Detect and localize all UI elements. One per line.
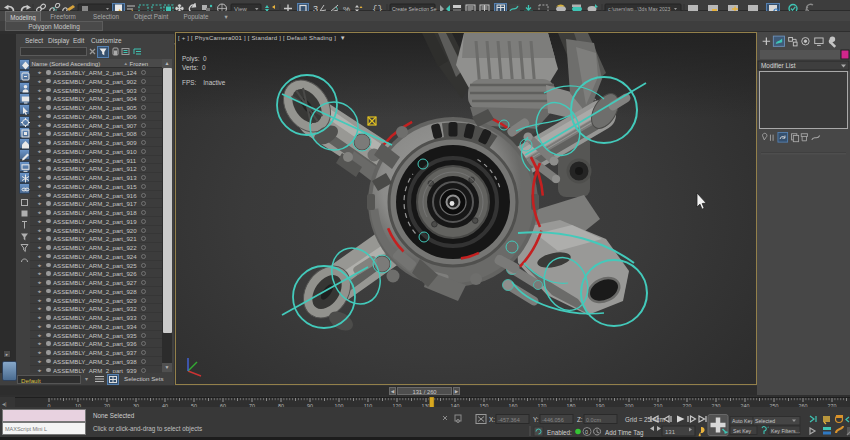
svg-text:131: 131 (665, 429, 676, 435)
svg-text:◂|: ◂| (2, 401, 7, 407)
svg-text:Enabled:: Enabled: (547, 429, 572, 436)
svg-text:0: 0 (585, 429, 588, 435)
svg-text:Selected: Selected (755, 418, 775, 424)
svg-text:Y:: Y: (533, 416, 539, 423)
svg-text:0.0cm: 0.0cm (586, 417, 601, 423)
svg-text:Grid = 25.4cm: Grid = 25.4cm (625, 416, 665, 423)
svg-text:Key Filters...: Key Filters... (771, 428, 800, 434)
svg-text:Z:: Z: (577, 416, 583, 423)
svg-text:Modifier List: Modifier List (761, 62, 796, 69)
svg-text:Add Time Tag: Add Time Tag (605, 429, 644, 437)
svg-text:Set Key: Set Key (733, 428, 752, 434)
svg-text:-457.364: -457.364 (498, 417, 520, 423)
svg-text:X:: X: (489, 416, 495, 423)
svg-text:-446.056: -446.056 (542, 417, 564, 423)
svg-text:Auto Key: Auto Key (732, 418, 753, 424)
